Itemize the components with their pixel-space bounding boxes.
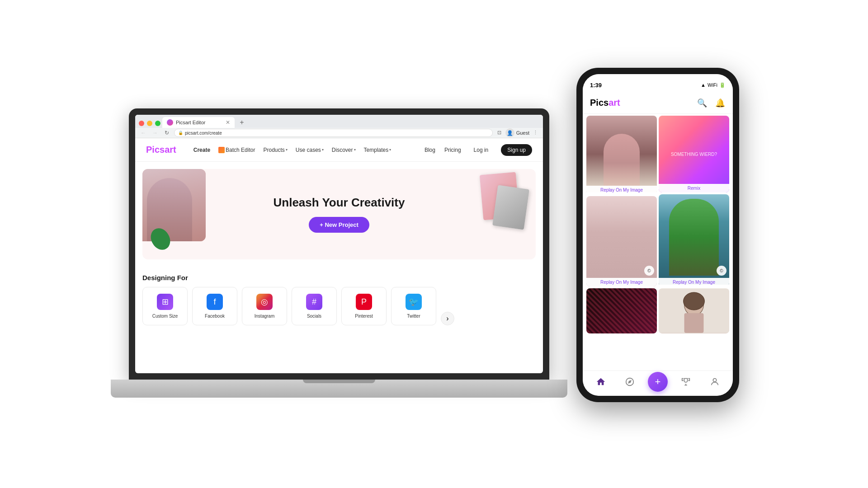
hero-center-content: Unleash Your Creativity + New Project — [274, 196, 405, 233]
nav-explore-button[interactable] — [619, 375, 641, 389]
back-button[interactable]: ← — [139, 128, 148, 137]
guest-account-button[interactable]: 👤 Guest — [505, 128, 529, 137]
browser-address-bar: ← → ↻ 🔒 picsart.com/create ⊡ 👤 Guest ⋮ — [135, 128, 543, 138]
svg-marker-5 — [628, 380, 632, 384]
minimize-window-button[interactable] — [147, 121, 152, 126]
girl-portrait-label: Replay On My Image — [586, 186, 657, 194]
url-bar[interactable]: 🔒 picsart.com/create — [174, 129, 493, 137]
more-options-button[interactable]: ⋮ — [531, 128, 539, 136]
grid-item-anime[interactable]: SOMETHING WIERD? Remix — [659, 116, 729, 192]
nav-templates-link[interactable]: Templates ▾ — [360, 145, 395, 155]
green-hat-label: Replay On My Image — [659, 278, 729, 286]
browser-action-buttons: ⊡ 👤 Guest ⋮ — [495, 128, 539, 137]
bookmark-button[interactable]: ⊡ — [495, 128, 504, 136]
phone-status-bar: 1:39 ▲ WiFi 🔋 — [583, 74, 733, 92]
card-pinterest[interactable]: P Pinterest — [341, 287, 387, 325]
nav-batch-editor-link[interactable]: Batch Editor — [215, 145, 259, 155]
instagram-icon: ◎ — [256, 294, 273, 310]
products-chevron-icon: ▾ — [286, 148, 288, 152]
grid-item-green-hat[interactable]: © Replay On My Image — [659, 194, 729, 286]
trophy-icon — [680, 376, 691, 387]
card-twitter-label: Twitter — [407, 314, 420, 319]
nav-discover-link[interactable]: Discover ▾ — [328, 145, 359, 155]
anime-text: SOMETHING WIERD? — [671, 152, 717, 157]
cards-scroll-right-button[interactable]: › — [441, 312, 454, 325]
nav-create-link[interactable]: Create — [190, 145, 214, 155]
nav-create-plus-button[interactable]: + — [648, 372, 668, 392]
nav-profile-button[interactable] — [704, 375, 726, 389]
laptop-body: Picsart Editor ✕ + ← → ↻ 🔒 picsart.com/c… — [129, 108, 549, 380]
picsart-logo: Picsart — [146, 145, 176, 155]
app-logo: Picsart — [590, 98, 620, 108]
nav-blog-link[interactable]: Blog — [425, 147, 435, 153]
laptop-base — [111, 380, 567, 398]
card-instagram[interactable]: ◎ Instagram — [242, 287, 287, 325]
profile-icon — [709, 376, 720, 387]
explore-icon — [624, 376, 635, 387]
use-cases-chevron-icon: ▾ — [322, 148, 324, 152]
card-custom-size[interactable]: ⊞ Custom Size — [142, 287, 188, 325]
nav-pricing-link[interactable]: Pricing — [444, 147, 461, 153]
laptop-device: Picsart Editor ✕ + ← → ↻ 🔒 picsart.com/c… — [129, 108, 549, 398]
website-content: Picsart Create Batch Editor Products ▾ — [135, 138, 543, 373]
forward-button[interactable]: → — [151, 128, 160, 137]
nav-signup-button[interactable]: Sign up — [501, 144, 532, 156]
svg-point-2 — [684, 292, 705, 310]
maximize-window-button[interactable] — [155, 121, 160, 126]
nav-login-button[interactable]: Log in — [470, 147, 492, 153]
browser-tab-active[interactable]: Picsart Editor ✕ — [162, 117, 235, 128]
pink-hair-replay-icon: © — [644, 266, 654, 276]
phone-time: 1:39 — [590, 82, 602, 89]
guest-label: Guest — [516, 130, 529, 136]
anime-image: SOMETHING WIERD? — [659, 116, 729, 192]
custom-size-icon: ⊞ — [157, 294, 173, 310]
new-tab-button[interactable]: + — [236, 117, 247, 128]
phone-status-icons: ▲ WiFi 🔋 — [701, 82, 726, 88]
notifications-button[interactable]: 🔔 — [715, 98, 726, 108]
tab-close-button[interactable]: ✕ — [226, 119, 230, 126]
pinterest-icon: P — [356, 294, 372, 310]
close-window-button[interactable] — [139, 121, 144, 126]
reload-button[interactable]: ↻ — [162, 128, 171, 137]
tab-favicon — [167, 119, 173, 126]
nav-products-link[interactable]: Products ▾ — [259, 145, 291, 155]
sketch-girl-image — [659, 288, 729, 333]
designing-for-title: Designing For — [142, 274, 536, 282]
guest-icon: 👤 — [505, 128, 514, 137]
app-header: Picsart 🔍 🔔 — [583, 92, 733, 114]
grid-item-pink-hair[interactable]: © Replay On My Image — [586, 196, 657, 286]
phone-screen: 1:39 ▲ WiFi 🔋 Picsart 🔍 🔔 — [583, 74, 733, 396]
phone-bottom-nav: + — [583, 371, 733, 396]
green-hat-replay-icon: © — [717, 266, 726, 276]
nav-home-button[interactable] — [590, 375, 612, 389]
app-logo-accent: art — [609, 98, 620, 108]
home-icon — [595, 376, 606, 387]
phone-device: 1:39 ▲ WiFi 🔋 Picsart 🔍 🔔 — [576, 68, 739, 402]
pink-hair-label: Replay On My Image — [586, 278, 657, 286]
grid-item-dark-abstract[interactable] — [586, 288, 657, 333]
card-facebook[interactable]: f Facebook — [192, 287, 237, 325]
tab-label: Picsart Editor — [176, 120, 205, 125]
anime-remix-label: Remix — [659, 184, 729, 192]
grid-item-sketch-girl[interactable] — [659, 288, 729, 333]
svg-point-6 — [713, 378, 716, 381]
hero-photo-2 — [492, 185, 529, 230]
search-button[interactable]: 🔍 — [697, 98, 708, 108]
nav-discover-label: Discover — [332, 147, 353, 153]
discover-chevron-icon: ▾ — [354, 148, 356, 152]
nav-use-cases-link[interactable]: Use cases ▾ — [292, 145, 327, 155]
browser-chrome: Picsart Editor ✕ + ← → ↻ 🔒 picsart.com/c… — [135, 115, 543, 138]
card-custom-size-label: Custom Size — [152, 314, 178, 319]
grid-item-girl-portrait[interactable]: Replay On My Image — [586, 116, 657, 194]
svg-rect-3 — [684, 313, 704, 333]
hero-left-image — [142, 169, 206, 241]
card-instagram-label: Instagram — [255, 314, 274, 319]
signal-icon: ▲ — [701, 82, 706, 88]
card-facebook-label: Facebook — [205, 314, 225, 319]
nav-trophy-button[interactable] — [675, 375, 697, 389]
card-socials[interactable]: # Socials — [292, 287, 337, 325]
sketch-svg — [659, 288, 729, 333]
card-twitter[interactable]: 🐦 Twitter — [391, 287, 436, 325]
hero-section: Unleash Your Creativity + New Project — [142, 169, 536, 259]
new-project-button[interactable]: + New Project — [309, 217, 369, 233]
